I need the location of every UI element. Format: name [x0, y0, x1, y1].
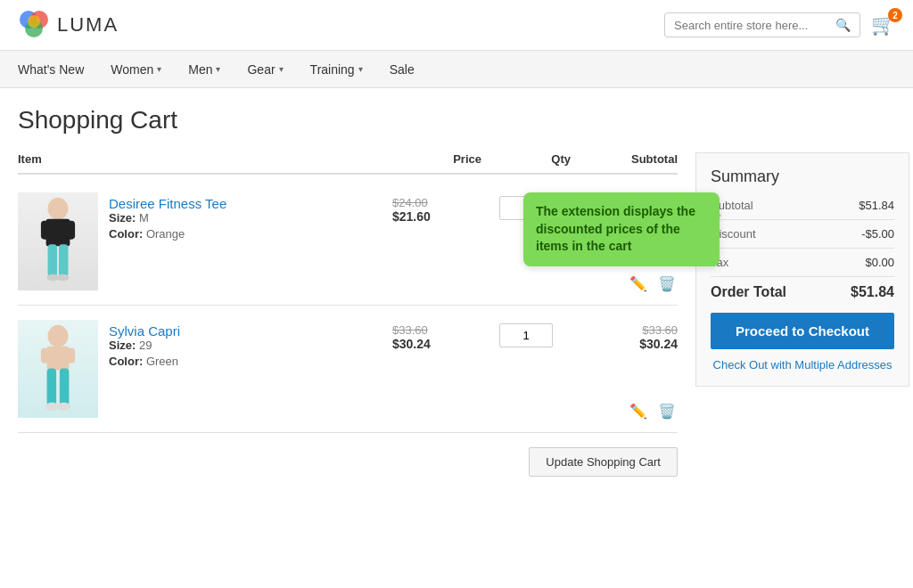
discounted-price-1: $21.60: [392, 209, 481, 224]
chevron-down-icon: ▾: [358, 64, 363, 74]
nav-women[interactable]: Women ▾: [111, 62, 161, 77]
svg-rect-6: [41, 220, 50, 239]
item-name-1[interactable]: Desiree Fitness Tee: [109, 196, 226, 211]
svg-rect-16: [47, 368, 56, 405]
item-info-2: Sylvia Capri Size: 29 Color: Green: [18, 320, 392, 418]
original-price-2: $33.60: [392, 323, 481, 337]
item-price-1: $24.00 $21.60: [392, 192, 481, 224]
item-qty-2: [481, 320, 571, 347]
summary-tax-row: Tax $0.00: [711, 256, 894, 277]
edit-item-1-button[interactable]: ✏️: [628, 274, 649, 294]
nav-sale[interactable]: Sale: [390, 62, 415, 77]
summary-subtotal-value: $51.84: [859, 199, 894, 212]
cart-button[interactable]: 🛒 2: [871, 13, 895, 37]
order-total-value: $51.84: [851, 284, 894, 300]
summary-title: Summary: [711, 167, 894, 186]
svg-point-12: [48, 324, 69, 347]
svg-rect-9: [59, 244, 69, 276]
svg-point-10: [47, 274, 59, 281]
logo[interactable]: LUMA: [18, 9, 119, 41]
svg-point-3: [28, 15, 40, 28]
main-content: Shopping Cart Item Price Qty Subtotal: [0, 88, 913, 494]
item-figure-2: [22, 323, 94, 416]
edit-item-2-button[interactable]: ✏️: [628, 401, 649, 421]
summary-tax-value: $0.00: [865, 256, 894, 269]
svg-rect-7: [67, 220, 76, 239]
chevron-down-icon: ▾: [157, 64, 161, 74]
chevron-down-icon: ▾: [216, 64, 220, 74]
row-actions-2: ✏️ 🗑️: [628, 401, 678, 421]
svg-point-19: [57, 402, 70, 411]
item-name-2[interactable]: Sylvia Capri: [109, 323, 180, 339]
tooltip-bubble: The extension displays the discounted pr…: [523, 192, 720, 266]
subtotal-discounted-2: $30.24: [571, 337, 678, 351]
search-input[interactable]: [674, 19, 835, 32]
item-details-2: Sylvia Capri Size: 29 Color: Green: [109, 320, 180, 371]
summary-panel: Summary The extension displays the disco…: [695, 152, 909, 387]
header: LUMA 🔍 🛒 2: [0, 0, 913, 51]
summary-discount-value: -$5.00: [861, 227, 894, 241]
svg-point-4: [48, 197, 69, 219]
delete-item-2-button[interactable]: 🗑️: [656, 401, 678, 421]
col-item: Item: [18, 152, 392, 166]
item-figure-1: [22, 195, 94, 289]
col-price: Price: [392, 152, 481, 166]
nav-whats-new[interactable]: What's New: [18, 62, 84, 77]
svg-rect-14: [41, 347, 50, 363]
tooltip-text: The extension displays the discounted pr…: [536, 204, 695, 253]
discounted-price-2: $30.24: [392, 337, 481, 351]
item-size-1: Size: M: [109, 211, 226, 225]
summary-total-row: Order Total $51.84: [711, 284, 894, 300]
nav-training[interactable]: Training ▾: [310, 62, 363, 77]
summary-discount-row: Discount -$5.00: [711, 227, 894, 249]
item-image-1: [18, 192, 98, 290]
cart-table-header: Item Price Qty Subtotal: [18, 152, 678, 175]
svg-rect-15: [67, 347, 76, 363]
nav-gear[interactable]: Gear ▾: [247, 62, 283, 77]
svg-point-11: [57, 274, 69, 281]
svg-rect-8: [48, 244, 58, 276]
col-qty: Qty: [481, 152, 571, 166]
item-details-1: Desiree Fitness Tee Size: M Color: Orang…: [109, 192, 226, 243]
item-info-1: Desiree Fitness Tee Size: M Color: Orang…: [18, 192, 392, 290]
item-color-2: Color: Green: [109, 355, 180, 368]
delete-item-1-button[interactable]: 🗑️: [656, 274, 678, 294]
item-size-2: Size: 29: [109, 339, 180, 352]
item-subtotal-2: $33.60 $30.24: [571, 320, 678, 351]
col-subtotal: Subtotal: [571, 152, 678, 166]
item-price-2: $33.60 $30.24: [392, 320, 481, 351]
table-row: Sylvia Capri Size: 29 Color: Green $33.6…: [18, 306, 678, 433]
search-box[interactable]: 🔍: [664, 12, 860, 37]
svg-point-18: [45, 402, 59, 411]
original-price-1: $24.00: [392, 196, 481, 209]
page-title: Shopping Cart: [18, 106, 895, 135]
qty-input-2[interactable]: [499, 323, 553, 347]
logo-icon: [18, 9, 50, 41]
search-icon: 🔍: [835, 18, 851, 32]
navigation: What's New Women ▾ Men ▾ Gear ▾ Training…: [0, 51, 913, 88]
nav-men[interactable]: Men ▾: [188, 62, 220, 77]
multi-address-link[interactable]: Check Out with Multiple Addresses: [711, 358, 894, 372]
order-total-label: Order Total: [711, 284, 786, 300]
header-right: 🔍 🛒 2: [664, 12, 895, 37]
chevron-down-icon: ▾: [279, 64, 284, 74]
cart-badge: 2: [888, 8, 902, 22]
row-actions-1: ✏️ 🗑️: [628, 274, 678, 294]
summary-subtotal-row: Subtotal $51.84: [711, 199, 894, 220]
update-cart-button[interactable]: Update Shopping Cart: [529, 447, 678, 477]
item-image-2: [18, 320, 98, 418]
item-color-1: Color: Orange: [109, 227, 226, 241]
subtotal-original-2: $33.60: [571, 323, 678, 337]
logo-text: LUMA: [57, 13, 119, 37]
svg-rect-17: [60, 368, 70, 405]
svg-rect-13: [47, 346, 70, 370]
cart-footer: Update Shopping Cart: [18, 447, 678, 477]
cart-layout: Item Price Qty Subtotal: [18, 152, 895, 477]
checkout-button[interactable]: Proceed to Checkout: [711, 313, 894, 349]
summary-header-wrap: Summary The extension displays the disco…: [711, 167, 894, 186]
svg-rect-5: [46, 218, 70, 246]
